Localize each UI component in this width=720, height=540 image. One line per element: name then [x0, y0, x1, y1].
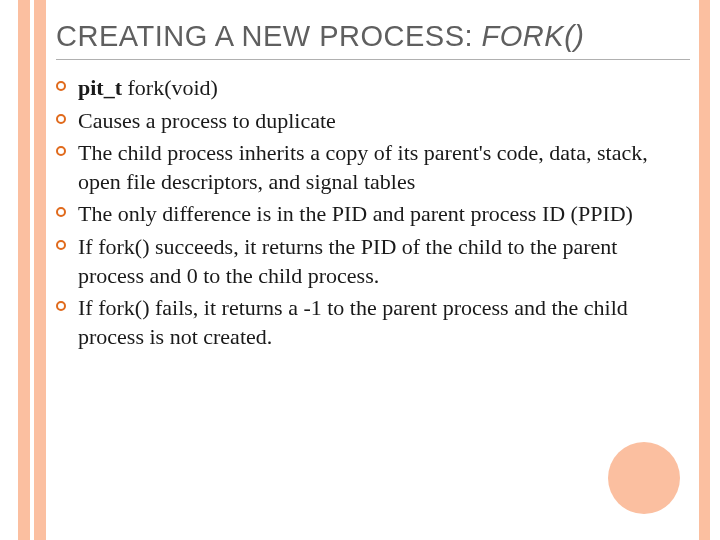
bullet-text: fork(void): [122, 75, 218, 100]
slide: CREATING A NEW PROCESS: FORK() pit_t for…: [0, 0, 720, 540]
list-item: The child process inherits a copy of its…: [56, 139, 684, 196]
deco-circle: [608, 442, 680, 514]
list-item: The only difference is in the PID and pa…: [56, 200, 684, 229]
bullet-text: If fork() succeeds, it returns the PID o…: [78, 234, 617, 288]
bullet-text: Causes a process to duplicate: [78, 108, 336, 133]
bullet-text: If fork() fails, it returns a -1 to the …: [78, 295, 628, 349]
list-item: pit_t fork(void): [56, 74, 684, 103]
deco-bar-left-1: [18, 0, 30, 540]
deco-bar-right: [699, 0, 710, 540]
bullet-text: The child process inherits a copy of its…: [78, 140, 648, 194]
slide-title: CREATING A NEW PROCESS: FORK(): [56, 20, 690, 60]
title-italic: FORK(): [482, 20, 585, 52]
deco-bar-left-2: [34, 0, 46, 540]
list-item: If fork() fails, it returns a -1 to the …: [56, 294, 684, 351]
content-area: CREATING A NEW PROCESS: FORK() pit_t for…: [56, 12, 690, 355]
bullet-text: The only difference is in the PID and pa…: [78, 201, 633, 226]
bullet-list: pit_t fork(void) Causes a process to dup…: [56, 74, 690, 351]
bullet-bold: pit_t: [78, 75, 122, 100]
title-plain: CREATING A NEW PROCESS:: [56, 20, 482, 52]
list-item: Causes a process to duplicate: [56, 107, 684, 136]
list-item: If fork() succeeds, it returns the PID o…: [56, 233, 684, 290]
